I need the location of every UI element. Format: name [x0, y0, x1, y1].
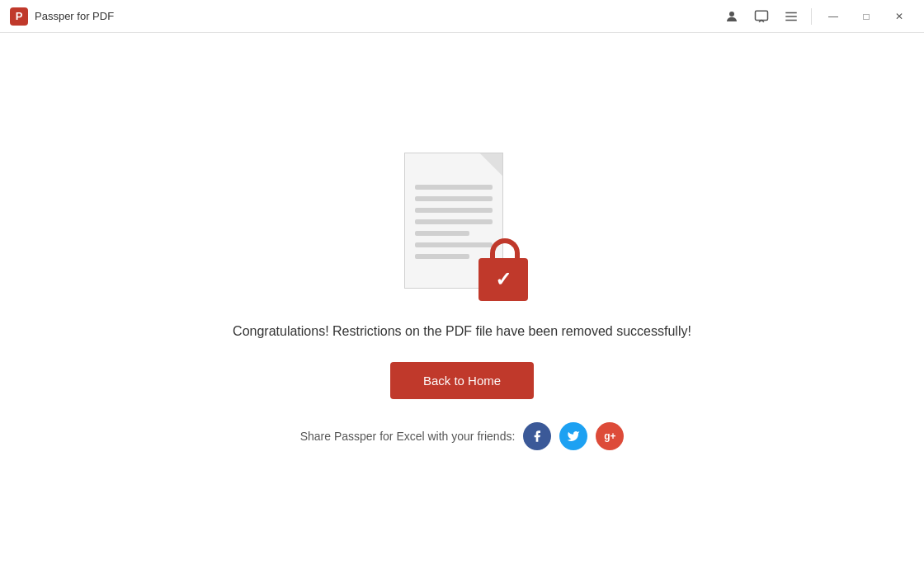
lock-body: ✓	[478, 258, 528, 301]
checkmark-icon: ✓	[495, 268, 512, 291]
doc-line	[415, 219, 493, 224]
app-title: Passper for PDF	[35, 10, 114, 22]
menu-icon[interactable]	[778, 3, 804, 30]
googleplus-share-button[interactable]: g+	[596, 422, 624, 450]
svg-rect-1	[756, 11, 768, 20]
app-icon: P	[10, 7, 28, 26]
minimize-button[interactable]: —	[818, 3, 848, 30]
back-to-home-button[interactable]: Back to Home	[390, 362, 534, 399]
doc-line-short	[415, 231, 469, 236]
user-icon[interactable]	[719, 3, 745, 30]
svg-point-0	[729, 12, 734, 16]
lock-shackle	[490, 238, 520, 260]
doc-line	[415, 185, 493, 190]
success-illustration: ✓	[396, 153, 528, 301]
twitter-share-button[interactable]	[559, 422, 587, 450]
facebook-share-button[interactable]	[523, 422, 551, 450]
doc-line	[415, 208, 493, 213]
share-label: Share Passper for Excel with your friend…	[300, 430, 516, 443]
doc-line-short	[415, 254, 469, 259]
chat-icon[interactable]	[748, 3, 775, 30]
title-bar-left: P Passper for PDF	[10, 7, 114, 26]
maximize-button[interactable]: □	[851, 3, 881, 30]
title-bar-controls: — □ ✕	[719, 3, 914, 30]
separator	[811, 8, 812, 25]
close-button[interactable]: ✕	[884, 3, 914, 30]
doc-line	[415, 196, 493, 201]
title-bar: P Passper for PDF — □ ✕	[0, 0, 924, 33]
main-content: ✓ Congratulations! Restrictions on the P…	[0, 33, 924, 569]
lock-icon: ✓	[478, 238, 528, 301]
gplus-label: g+	[604, 430, 615, 442]
share-row: Share Passper for Excel with your friend…	[300, 422, 625, 450]
success-message: Congratulations! Restrictions on the PDF…	[233, 324, 691, 339]
